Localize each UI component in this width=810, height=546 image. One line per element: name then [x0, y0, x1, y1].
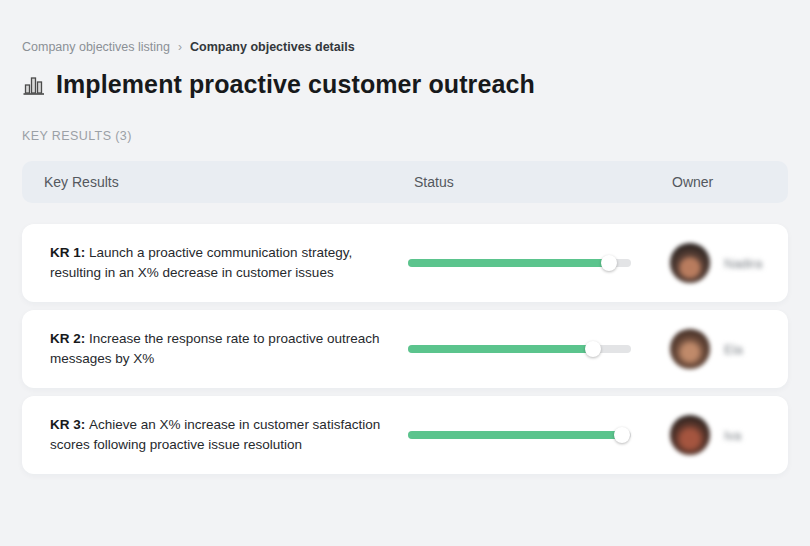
owner-cell: Ela	[670, 329, 788, 369]
chevron-right-icon: ›	[178, 40, 182, 54]
owner-name: Iva	[724, 428, 741, 443]
progress-slider[interactable]	[408, 255, 631, 271]
key-result-text: Achieve an X% increase in customer satis…	[50, 417, 380, 452]
column-header-status: Status	[414, 174, 672, 190]
key-result-description: KR 2: Increase the response rate to proa…	[50, 329, 408, 369]
owner-avatar	[670, 329, 710, 369]
progress-fill	[408, 259, 609, 267]
breadcrumb: Company objectives listing › Company obj…	[22, 40, 788, 54]
key-result-id: KR 1:	[50, 245, 89, 260]
key-result-text: Launch a proactive communication strateg…	[50, 245, 352, 280]
owner-avatar	[670, 243, 710, 283]
owner-avatar	[670, 415, 710, 455]
owner-cell: Nadira	[670, 243, 788, 283]
owner-cell: Iva	[670, 415, 788, 455]
progress-slider[interactable]	[408, 341, 631, 357]
page-title: Implement proactive customer outreach	[56, 70, 535, 99]
key-result-id: KR 2:	[50, 331, 89, 346]
company-objectives-details-page: Company objectives listing › Company obj…	[0, 0, 810, 474]
table-header-row: Key Results Status Owner	[22, 161, 788, 203]
key-result-description: KR 1: Launch a proactive communication s…	[50, 243, 408, 283]
progress-fill	[408, 345, 593, 353]
column-header-owner: Owner	[672, 174, 788, 190]
progress-knob[interactable]	[585, 341, 601, 357]
key-result-row[interactable]: KR 1: Launch a proactive communication s…	[22, 224, 788, 302]
progress-knob[interactable]	[614, 427, 630, 443]
column-header-key-results: Key Results	[44, 174, 414, 190]
progress-knob[interactable]	[601, 255, 617, 271]
key-result-row[interactable]: KR 3: Achieve an X% increase in customer…	[22, 396, 788, 474]
breadcrumb-listing-link[interactable]: Company objectives listing	[22, 40, 170, 54]
key-result-description: KR 3: Achieve an X% increase in customer…	[50, 415, 408, 455]
progress-slider[interactable]	[408, 427, 631, 443]
objective-title-row: Implement proactive customer outreach	[22, 70, 788, 99]
owner-name: Nadira	[724, 256, 762, 271]
bar-chart-icon	[22, 73, 46, 97]
key-result-id: KR 3:	[50, 417, 89, 432]
key-results-section-label: KEY RESULTS (3)	[22, 129, 788, 143]
key-results-list: KR 1: Launch a proactive communication s…	[22, 224, 788, 474]
owner-name: Ela	[724, 342, 743, 357]
progress-fill	[408, 431, 622, 439]
key-result-text: Increase the response rate to proactive …	[50, 331, 379, 366]
key-result-row[interactable]: KR 2: Increase the response rate to proa…	[22, 310, 788, 388]
breadcrumb-details-current: Company objectives details	[190, 40, 355, 54]
